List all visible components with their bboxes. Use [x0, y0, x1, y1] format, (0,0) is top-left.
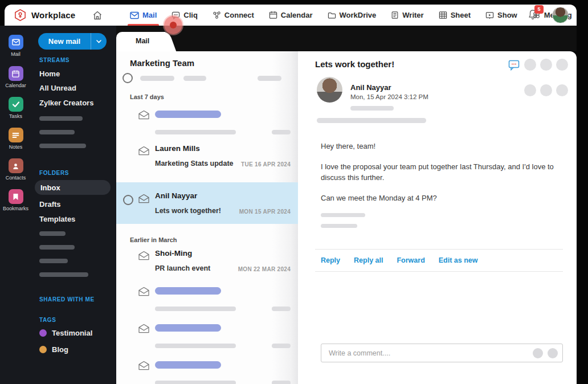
sidebar-tag-blog[interactable]: Blog	[39, 345, 68, 354]
sender-avatar	[317, 77, 342, 103]
action-placeholder-circle	[556, 59, 568, 71]
writer-icon	[391, 11, 399, 19]
rail-item-bookmarks[interactable]: Bookmarks	[0, 189, 31, 211]
nav-item-writer[interactable]: Writer	[391, 5, 423, 26]
envelope-icon	[138, 287, 150, 296]
notes-app-icon	[9, 128, 23, 142]
nav-item-workdrive[interactable]: WorkDrive	[328, 5, 377, 26]
placeholder-bar	[39, 259, 68, 263]
envelope-icon	[138, 251, 150, 260]
group-label-earlier-in-march: Earlier in March	[130, 236, 177, 243]
home-icon[interactable]	[91, 9, 104, 22]
reply-link[interactable]: Reply	[321, 256, 340, 264]
shared-with-me-section-label: SHARED WITH ME	[39, 296, 95, 303]
placeholder-bar	[39, 272, 88, 277]
placeholder-bar	[155, 130, 236, 134]
mail-list-panel: Marketing Team Last 7 days Lauren Mills …	[116, 51, 298, 384]
message-actions: Reply Reply all Forward Edit as new	[321, 256, 478, 264]
nav-item-sheet[interactable]: Sheet	[439, 5, 471, 26]
sidebar-tag-testimonial[interactable]: Testimonial	[39, 329, 92, 337]
new-mail-dropdown[interactable]	[91, 33, 107, 50]
tag-color-dot	[39, 346, 47, 353]
sidebar-item-all-unread[interactable]: All Unread	[39, 84, 76, 92]
show-icon	[485, 11, 494, 19]
topbar-right: 5	[527, 5, 569, 26]
rail-item-tasks[interactable]: Tasks	[0, 97, 31, 119]
mail-sidebar: New mail STREAMS Home All Unread Zylker …	[31, 26, 116, 384]
user-avatar[interactable]	[552, 7, 569, 23]
streams-section-label: STREAMS	[39, 57, 70, 63]
divider	[315, 249, 563, 250]
tags-section-label: TAGS	[39, 317, 56, 323]
connect-icon	[213, 11, 221, 19]
email-list-item-anil-nayyar[interactable]: Anil Nayyar Lets work together! MON 15 A…	[116, 182, 298, 224]
email-list-item-lauren-mills[interactable]: Lauren Mills Marketing Stats update TUE …	[116, 144, 298, 178]
action-placeholder-circle	[524, 59, 536, 71]
comment-action-placeholder-circle	[548, 348, 558, 358]
tab-strip: Mail	[116, 26, 577, 51]
divider	[315, 271, 563, 272]
bookmarks-app-icon	[9, 189, 23, 204]
app-window: Workplace Mail Cliq Connect Calendar	[0, 0, 588, 384]
body-paragraph: I love the proposal your team put togeth…	[321, 162, 557, 183]
placeholder-bar	[140, 76, 174, 81]
rail-item-mail[interactable]: Mail	[0, 35, 31, 57]
envelope-icon	[138, 110, 150, 120]
notifications-bell-icon[interactable]: 5	[527, 9, 540, 22]
nav-item-mail[interactable]: Mail	[130, 5, 157, 26]
comment-bubble-icon[interactable]	[508, 59, 520, 71]
email-list-item-placeholder[interactable]	[116, 107, 298, 141]
tag-color-dot	[39, 329, 47, 337]
signature-placeholder-bar	[321, 224, 357, 228]
rail-item-contacts[interactable]: Contacts	[0, 158, 31, 181]
sender-placeholder-bar	[155, 361, 221, 369]
select-all-checkbox[interactable]	[122, 73, 133, 83]
sidebar-item-drafts[interactable]: Drafts	[39, 200, 61, 209]
placeholder-bar	[155, 381, 236, 384]
sidebar-item-home[interactable]: Home	[39, 70, 60, 78]
nav-item-connect[interactable]: Connect	[213, 5, 254, 26]
app-rail: Mail Calendar Tasks Notes Contacts	[0, 26, 31, 384]
topbar: Workplace Mail Cliq Connect Calendar	[5, 5, 577, 26]
chevron-down-icon	[96, 40, 101, 43]
email-list-item-shoi-ming[interactable]: Shoi-Ming PR launch event MON 22 MAR 202…	[116, 248, 298, 283]
rail-item-calendar[interactable]: Calendar	[0, 66, 31, 88]
click-indicator	[164, 16, 182, 34]
sent-datetime: Mon, 15 Apr 2024 3:12 PM	[350, 93, 428, 100]
signature-placeholder-bar	[321, 213, 365, 217]
placeholder-bar	[39, 130, 75, 134]
envelope-icon	[138, 361, 150, 370]
reply-all-link[interactable]: Reply all	[354, 256, 383, 264]
placeholder-bar	[39, 144, 86, 148]
nav-item-calendar[interactable]: Calendar	[269, 5, 313, 26]
email-list-item-placeholder[interactable]	[116, 321, 298, 356]
placeholder-bar	[350, 106, 394, 111]
mail-app-icon	[9, 35, 23, 50]
placeholder-bar	[39, 231, 66, 236]
contacts-app-icon	[9, 158, 23, 173]
placeholder-bar	[155, 344, 236, 348]
edit-as-new-link[interactable]: Edit as new	[439, 256, 478, 264]
group-label-last-7-days: Last 7 days	[130, 93, 164, 100]
sidebar-item-zylker-creators[interactable]: Zylker Creators	[39, 99, 93, 107]
comment-box	[321, 344, 563, 362]
notification-badge: 5	[534, 5, 544, 14]
forward-link[interactable]: Forward	[397, 256, 424, 264]
placeholder-bar	[183, 76, 206, 81]
body-paragraph: Can we meet the Monday at 4 PM?	[321, 193, 557, 204]
workplace-brand: Workplace	[5, 9, 75, 22]
comment-input[interactable]	[321, 349, 533, 357]
date-placeholder-bar	[272, 344, 291, 348]
rail-item-notes[interactable]: Notes	[0, 128, 31, 150]
new-mail-button[interactable]: New mail	[38, 33, 107, 50]
email-list-item-placeholder[interactable]	[116, 284, 298, 319]
nav-item-show[interactable]: Show	[485, 5, 517, 26]
date-placeholder-bar	[272, 381, 291, 384]
sidebar-item-inbox[interactable]: Inbox	[35, 180, 111, 195]
reading-pane: Lets work together! Anil Nayyar Mon, 15 …	[298, 51, 577, 384]
email-list-item-placeholder[interactable]	[116, 358, 298, 384]
placeholder-bar	[258, 76, 281, 81]
tab-mail[interactable]: Mail	[116, 32, 165, 51]
select-checkbox[interactable]	[123, 195, 133, 205]
sidebar-item-templates[interactable]: Templates	[39, 215, 75, 223]
